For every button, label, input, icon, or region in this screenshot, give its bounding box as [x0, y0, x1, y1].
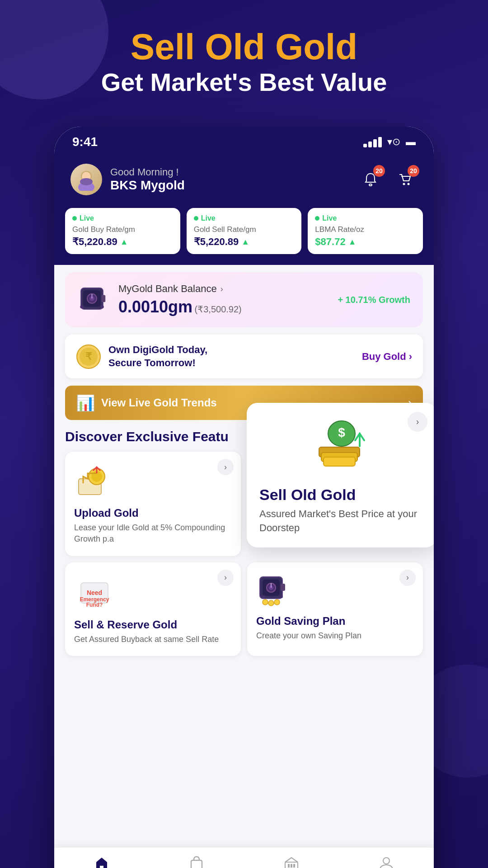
svg-text:Need: Need: [87, 589, 102, 596]
wifi-icon: ▾⊙: [387, 136, 400, 148]
svg-point-32: [262, 595, 265, 598]
rate-value: ₹5,220.89 ▲: [72, 236, 173, 248]
trends-text: View Live Gold Trends: [101, 396, 217, 409]
balance-amount: 0.0010gm: [118, 297, 192, 316]
digigold-text-line1: Own DigiGold Today,: [108, 344, 207, 357]
live-text: Live: [322, 214, 337, 222]
nav-item-account[interactable]: Account: [339, 855, 434, 868]
balance-arrow-icon: ›: [221, 284, 223, 294]
live-dot: [194, 216, 198, 221]
balance-inr: (₹3,500.92): [195, 304, 242, 314]
sell-old-gold-popup[interactable]: › $: [247, 403, 434, 548]
nav-item-gold-bank[interactable]: Gold Bank: [244, 855, 339, 868]
notification-button[interactable]: 20: [358, 167, 383, 192]
balance-card[interactable]: MyGold Bank Balance › 0.0010gm (₹3,500.9…: [65, 272, 423, 327]
digigold-icon: ₹: [76, 344, 101, 369]
nav-action-icons: 20 20: [358, 167, 418, 192]
live-badge: Live: [72, 214, 173, 222]
feature-card-arrow-icon: ›: [217, 459, 234, 475]
feature-card-sell-reserve-gold[interactable]: › Need Emergency Fund? Sell & Reserve Go…: [65, 562, 241, 656]
svg-text:Fund?: Fund?: [86, 602, 103, 608]
balance-label: MyGold Bank Balance: [118, 283, 217, 295]
header-title: Sell Old Gold: [0, 27, 488, 67]
digigold-banner[interactable]: ₹ Own DigiGold Today, Secure Tomorrow! B…: [65, 335, 423, 378]
rate-cards-section: Live Gold Buy Rate/gm ₹5,220.89 ▲ Live G…: [54, 208, 434, 265]
feature-card-gold-saving-plan[interactable]: ›: [247, 562, 423, 656]
rate-card-lbma[interactable]: Live LBMA Rate/oz $87.72 ▲: [308, 208, 423, 254]
svg-rect-12: [102, 295, 106, 302]
live-text: Live: [201, 214, 216, 222]
user-text: Good Morning ! BKS Mygold: [110, 166, 185, 193]
user-info: Good Morning ! BKS Mygold: [70, 164, 185, 195]
live-dot: [72, 216, 77, 221]
live-text: Live: [80, 214, 94, 222]
features-section: Discover Exclusive Featu ›: [54, 429, 434, 656]
sell-reserve-title: Sell & Reserve Gold: [74, 618, 232, 631]
svg-point-5: [403, 183, 405, 185]
greeting-text: Good Morning !: [110, 166, 185, 178]
nav-item-home[interactable]: Home: [54, 855, 149, 868]
rate-card-buy[interactable]: Live Gold Buy Rate/gm ₹5,220.89 ▲: [65, 208, 180, 254]
feature-card-arrow-icon: ›: [217, 570, 234, 586]
status-icons: ▾⊙ ▬: [363, 136, 416, 148]
svg-point-34: [263, 599, 268, 605]
upload-gold-title: Upload Gold: [74, 507, 232, 519]
feature-card-arrow-icon: ›: [399, 570, 416, 586]
avatar: [70, 164, 102, 195]
sell-popup-arrow-icon: ›: [408, 412, 427, 432]
svg-rect-46: [291, 864, 292, 868]
svg-text:₹: ₹: [85, 351, 92, 362]
digigold-left: ₹ Own DigiGold Today, Secure Tomorrow!: [76, 344, 207, 369]
svg-rect-45: [288, 864, 290, 868]
svg-rect-43: [191, 860, 202, 868]
buy-gold-label: Buy Gold: [362, 351, 406, 363]
phone-content: MyGold Bank Balance › 0.0010gm (₹3,500.9…: [54, 265, 434, 868]
cart-button[interactable]: 20: [392, 167, 418, 192]
status-bar: 9:41 ▾⊙ ▬: [54, 127, 434, 155]
balance-amounts: 0.0010gm (₹3,500.92): [118, 297, 328, 316]
buy-gold-button[interactable]: Buy Gold ›: [362, 351, 412, 363]
bottom-nav: Home Shop Gold B: [54, 847, 434, 868]
rate-amount: ₹5,220.89: [194, 236, 239, 248]
account-icon: [378, 855, 394, 868]
svg-point-6: [408, 183, 410, 185]
sell-old-gold-illustration: $: [305, 415, 378, 479]
sell-reserve-desc: Get Assured Buyback at same Sell Rate: [74, 634, 232, 645]
cart-badge: 20: [408, 165, 419, 177]
notification-badge: 20: [373, 165, 385, 177]
live-dot: [315, 216, 319, 221]
battery-icon: ▬: [406, 136, 416, 148]
rate-label: LBMA Rate/oz: [315, 225, 416, 234]
top-nav: Good Morning ! BKS Mygold 20 20: [54, 155, 434, 208]
header-subtitle: Get Market's Best Value: [0, 67, 488, 97]
rate-value: $87.72 ▲: [315, 236, 416, 248]
rate-value: ₹5,220.89 ▲: [194, 236, 295, 248]
svg-point-35: [268, 600, 274, 606]
rate-card-sell[interactable]: Live Gold Sell Rate/gm ₹5,220.89 ▲: [187, 208, 302, 254]
signal-icon: [363, 137, 382, 147]
upload-gold-icon: [74, 461, 115, 501]
safe-icon: [78, 284, 109, 316]
feature-card-upload-gold[interactable]: › Upload Gold Lease your Idle G: [65, 452, 241, 556]
nav-item-shop[interactable]: Shop: [149, 855, 244, 868]
trend-up-icon: ▲: [241, 237, 249, 247]
buy-gold-arrow-icon: ›: [409, 351, 412, 363]
svg-point-14: [101, 305, 104, 308]
home-icon: [94, 855, 110, 868]
trend-up-icon: ▲: [120, 237, 128, 247]
svg-point-33: [280, 595, 283, 598]
svg-point-4: [369, 184, 372, 186]
gold-bank-icon: [283, 855, 300, 868]
shop-icon: [188, 855, 205, 868]
digigold-text: Own DigiGold Today, Secure Tomorrow!: [108, 344, 207, 369]
live-badge: Live: [315, 214, 416, 222]
trends-left: 📊 View Live Gold Trends: [76, 394, 217, 412]
rate-amount: ₹5,220.89: [72, 236, 117, 248]
trend-up-icon: ▲: [348, 237, 357, 247]
status-time: 9:41: [72, 135, 98, 149]
svg-point-3: [80, 178, 93, 185]
svg-point-13: [80, 305, 83, 308]
sell-popup-title: Sell Old Gold: [259, 486, 424, 504]
svg-rect-31: [281, 584, 285, 591]
user-name: BKS Mygold: [110, 178, 185, 193]
